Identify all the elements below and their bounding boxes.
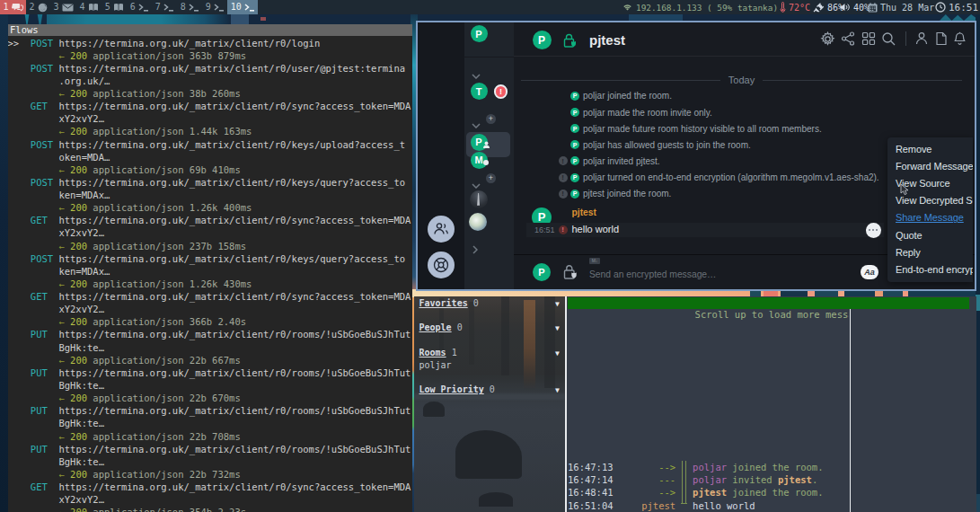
collapse-triangle-icon[interactable]: ▼ [555,298,560,311]
user-avatar[interactable]: P [471,25,488,42]
collapse-triangle-icon[interactable]: ▼ [555,384,560,397]
flow-response[interactable]: ← 200 application/json 22b 667ms [8,354,413,366]
menu-item-quote[interactable]: Quote [896,230,922,241]
menu-item-reply[interactable]: Reply [896,247,921,258]
buffer-room-poljar[interactable]: poljar [419,359,452,372]
flow-url-continuation[interactable]: xY2xvY2… [8,226,413,239]
flow-row[interactable]: PUT https://termina.org.uk/_matrix/clien… [8,366,413,379]
flow-row[interactable]: POST https://termina.org.uk/_matrix/clie… [8,176,413,189]
flow-row[interactable]: PUT https://termina.org.uk/_matrix/clien… [8,404,413,417]
composer-input[interactable]: Send an encrypted message… [589,269,716,279]
flow-row[interactable]: POST https://termina.org.uk/_matrix/clie… [8,62,413,75]
search-icon[interactable] [881,31,896,47]
invite-room-avatar[interactable]: T [471,83,488,100]
flow-response[interactable]: ← 200 application/json 22b 708ms [8,430,413,443]
flow-row[interactable]: GET https://termina.org.uk/_matrix/clien… [8,100,413,112]
collapse-triangle-icon[interactable]: ▼ [555,322,560,335]
flow-url-continuation[interactable]: ken=MDAx… [8,189,413,201]
flow-row[interactable]: GET https://termina.org.uk/_matrix/clien… [8,290,413,303]
flow-url-continuation[interactable]: oken=MDA… [8,151,413,163]
flow-response[interactable]: ← 200 application/json 38b 260ms [8,87,413,100]
workspace-button-10[interactable]: 10 [227,0,258,14]
flow-response[interactable]: ← 200 application/json 237b 158ms [8,240,413,252]
flow-url-continuation[interactable]: xY2xvY2… [8,112,413,125]
markdown-badge[interactable]: M↓ [589,258,600,264]
buffer-group-low-priority[interactable]: Low Priority 0▼ [419,384,495,396]
workspace-button-1[interactable]: 1 [0,0,26,14]
buffer-group-rooms[interactable]: Rooms 1▼ [419,347,457,359]
timeline-event[interactable]: !Ppoljar invited pjtest. [559,153,660,169]
menu-item-remove[interactable]: Remove [896,144,931,154]
files-icon[interactable] [935,31,948,46]
message-sender-name[interactable]: pjtest [572,207,596,217]
person-avatar-tower[interactable] [470,190,488,208]
people-collapse-icon[interactable] [472,176,481,192]
add-room-button[interactable]: + [486,114,496,124]
explore-button[interactable] [428,252,455,278]
timeline-event[interactable]: !Ppoljar turned on end-to-end encryption… [559,170,879,186]
flow-row[interactable]: >> POST https://termina.org.uk/_matrix/c… [8,37,413,49]
invites-collapse-icon[interactable] [472,66,481,83]
share-icon[interactable] [841,31,855,46]
timeline-event[interactable]: Ppoljar made future room history visible… [559,120,822,137]
flow-url-continuation[interactable]: xY2xvY2… [8,493,413,506]
flow-response[interactable]: ← 200 application/json 69b 410ms [8,163,413,176]
group-members-button[interactable] [428,216,455,243]
flow-response[interactable]: ← 200 application/json 366b 2.40s [8,315,413,328]
workspace-button-2[interactable]: 2 [26,0,50,14]
flow-row[interactable]: POST https://termina.org.uk/_matrix/clie… [8,138,413,151]
composer-avatar[interactable]: P [533,263,551,281]
workspace-button-6[interactable]: 6 [127,0,152,14]
flow-row[interactable]: PUT https://termina.org.uk/_matrix/clien… [8,328,413,340]
flow-url-continuation[interactable]: xY2xvY2… [8,303,413,315]
workspace-button-7[interactable]: 7 [152,0,177,14]
menu-item-share-message[interactable]: Share Message [896,212,964,223]
flow-row[interactable]: PUT https://termina.org.uk/_matrix/clien… [8,443,413,455]
timeline-event[interactable]: Ppoljar has allowed guests to join the r… [559,137,751,153]
apps-grid-icon[interactable] [861,31,876,46]
flow-url-continuation[interactable]: BgHk:te… [8,417,413,429]
workspace-button-3[interactable]: 3 [50,0,76,14]
flow-row[interactable]: GET https://termina.org.uk/_matrix/clien… [8,481,413,493]
flow-url-continuation[interactable]: ken=MDAx… [8,265,413,278]
format-toggle-button[interactable]: Aa [861,265,878,279]
notifications-bell-icon[interactable] [953,31,967,46]
collapse-triangle-icon[interactable]: ▼ [555,348,560,360]
flow-url-continuation[interactable]: .org.uk/… [8,75,413,87]
members-icon[interactable] [914,31,929,46]
add-person-button[interactable]: + [486,173,496,183]
settings-gear-icon[interactable] [820,31,835,47]
flow-response[interactable]: ← 200 application/json 1.26k 430ms [8,278,413,290]
flow-response[interactable]: ← 200 application/json 22b 732ms [8,468,413,481]
timeline-event[interactable]: Ppoljar made the room invite only. [559,104,712,120]
menu-item-view-decrypted-source[interactable]: View Decrypted Source [896,195,974,206]
buffer-group-favorites[interactable]: Favorites 0▼ [419,297,479,310]
nicklist-separator[interactable] [850,309,852,512]
flow-response[interactable]: ← 200 application/json 354b 2.23s [8,506,413,512]
message-options-button[interactable] [866,223,881,238]
flow-response[interactable]: ← 200 application/json 363b 879ms [8,49,413,62]
room-header-avatar[interactable]: P [533,31,552,49]
workspace-button-4[interactable]: 4 [76,0,102,14]
flow-url-continuation[interactable]: BgHk:te… [8,455,413,468]
workspace-button-9[interactable]: 9 [202,0,227,14]
flow-response[interactable]: ← 200 application/json 22b 670ms [8,392,413,404]
workspace-button-8[interactable]: 8 [177,0,202,14]
menu-item-forward-message[interactable]: Forward Message [896,161,974,172]
flow-row[interactable]: GET https://termina.org.uk/_matrix/clien… [8,214,413,226]
flow-url-continuation[interactable]: BgHk:te… [8,341,413,354]
rooms-collapse-icon[interactable] [472,116,481,132]
menu-item-end-to-end-encryption-information[interactable]: End-to-end encryption information [896,264,974,275]
flow-row[interactable]: POST https://termina.org.uk/_matrix/clie… [8,252,413,265]
person-avatar-earth[interactable] [469,213,487,231]
flow-url-continuation[interactable]: BgHk:te… [8,379,413,392]
timeline-event[interactable]: Ppoljar joined the room. [559,88,672,104]
workspace-button-5[interactable]: 5 [102,0,127,14]
timeline-event[interactable]: !Ppjtest joined the room. [559,186,672,202]
buffer-group-people[interactable]: People 0▼ [419,322,463,334]
flow-response[interactable]: ← 200 application/json 1.26k 400ms [8,201,413,214]
mitmproxy-tab-flows[interactable]: Flows [8,24,412,36]
mitmproxy-flow-list[interactable]: >> POST https://termina.org.uk/_matrix/c… [8,37,413,512]
expand-roomlist-icon[interactable] [472,242,478,258]
flow-response[interactable]: ← 200 application/json 1.44k 163ms [8,125,413,137]
